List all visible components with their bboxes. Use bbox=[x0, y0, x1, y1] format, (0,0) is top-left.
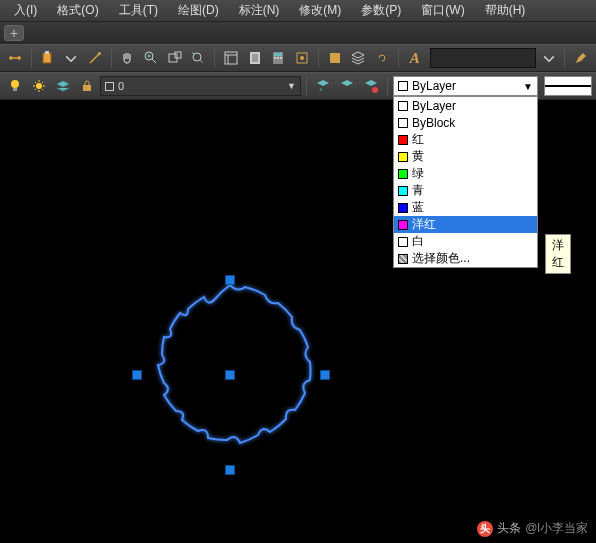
menu-format[interactable]: 格式(O) bbox=[47, 0, 108, 21]
menu-insert[interactable]: 入(I) bbox=[4, 0, 47, 21]
linetype-dropdown[interactable] bbox=[544, 76, 592, 96]
tool-match[interactable] bbox=[84, 47, 106, 69]
new-tab-button[interactable]: + bbox=[4, 25, 24, 41]
sun-icon[interactable] bbox=[28, 75, 50, 97]
chevron-down-icon: ▼ bbox=[523, 81, 533, 92]
credit-user: @l小李当家 bbox=[525, 520, 588, 537]
svg-rect-7 bbox=[250, 52, 260, 64]
layer-iso-icon[interactable] bbox=[360, 75, 382, 97]
menu-help[interactable]: 帮助(H) bbox=[475, 0, 536, 21]
menu-tools[interactable]: 工具(T) bbox=[109, 0, 168, 21]
color-option-byblock[interactable]: ByBlock bbox=[394, 114, 537, 131]
color-dropdown-list: ByLayer ByBlock 红 黄 绿 青 蓝 洋红 白 选择颜色... bbox=[393, 96, 538, 268]
bulb-icon[interactable] bbox=[4, 75, 26, 97]
layer-prev-icon[interactable] bbox=[312, 75, 334, 97]
color-option-select[interactable]: 选择颜色... bbox=[394, 250, 537, 267]
color-option-green[interactable]: 绿 bbox=[394, 165, 537, 182]
swatch-icon bbox=[398, 220, 408, 230]
chevron-down-icon[interactable] bbox=[538, 47, 560, 69]
svg-rect-10 bbox=[274, 57, 276, 59]
svg-rect-1 bbox=[45, 51, 49, 54]
tab-bar: + bbox=[0, 22, 596, 44]
watermark: 头 头条 @l小李当家 bbox=[477, 520, 588, 537]
menu-window[interactable]: 窗口(W) bbox=[411, 0, 474, 21]
color-option-bylayer[interactable]: ByLayer bbox=[394, 97, 537, 114]
zoom-window-icon[interactable] bbox=[164, 47, 186, 69]
lock-icon[interactable] bbox=[76, 75, 98, 97]
tool-dim1[interactable] bbox=[4, 47, 26, 69]
gear-shape[interactable] bbox=[130, 265, 330, 465]
toolbar-main: A bbox=[0, 44, 596, 72]
grip-center[interactable] bbox=[225, 370, 235, 380]
credit-prefix: 头条 bbox=[497, 520, 521, 537]
layers-stack-icon[interactable] bbox=[52, 75, 74, 97]
tool-paste[interactable] bbox=[37, 47, 59, 69]
swatch-icon bbox=[398, 135, 408, 145]
color-option-blue[interactable]: 蓝 bbox=[394, 199, 537, 216]
svg-rect-4 bbox=[175, 52, 181, 58]
color-selected-label: ByLayer bbox=[412, 79, 456, 93]
calc-icon[interactable] bbox=[268, 47, 290, 69]
layer-icon[interactable] bbox=[348, 47, 370, 69]
layer-state-icon[interactable] bbox=[336, 75, 358, 97]
properties-icon[interactable] bbox=[220, 47, 242, 69]
svg-point-18 bbox=[36, 83, 42, 89]
tool-block[interactable] bbox=[324, 47, 346, 69]
menu-draw[interactable]: 绘图(D) bbox=[168, 0, 229, 21]
chevron-down-icon: ▼ bbox=[287, 81, 296, 91]
sheet-icon[interactable] bbox=[244, 47, 266, 69]
svg-rect-15 bbox=[330, 53, 340, 63]
swatch-icon bbox=[398, 81, 408, 91]
text-style-input[interactable] bbox=[430, 48, 536, 68]
swatch-icon bbox=[398, 254, 408, 264]
tool-markup[interactable] bbox=[291, 47, 313, 69]
menu-modify[interactable]: 修改(M) bbox=[289, 0, 351, 21]
svg-rect-19 bbox=[83, 85, 91, 91]
svg-rect-0 bbox=[43, 53, 51, 63]
layer-name: 0 bbox=[118, 80, 124, 92]
grip-right[interactable] bbox=[320, 370, 330, 380]
swatch-icon bbox=[398, 237, 408, 247]
grip-bottom[interactable] bbox=[225, 465, 235, 475]
swatch-icon bbox=[398, 169, 408, 179]
chevron-down-icon[interactable] bbox=[60, 47, 82, 69]
grip-left[interactable] bbox=[132, 370, 142, 380]
layer-dropdown[interactable]: 0 ▼ bbox=[100, 76, 301, 96]
brush-icon[interactable] bbox=[570, 47, 592, 69]
color-option-red[interactable]: 红 bbox=[394, 131, 537, 148]
swatch-icon bbox=[398, 118, 408, 128]
svg-rect-9 bbox=[274, 53, 282, 56]
tooltip: 洋红 bbox=[545, 234, 571, 274]
svg-rect-11 bbox=[277, 57, 279, 59]
svg-rect-12 bbox=[280, 57, 282, 59]
swatch-icon bbox=[398, 203, 408, 213]
zoom-realtime-icon[interactable] bbox=[140, 47, 162, 69]
svg-rect-6 bbox=[225, 52, 237, 64]
svg-point-14 bbox=[300, 56, 304, 60]
svg-point-16 bbox=[11, 80, 19, 88]
text-style-icon[interactable]: A bbox=[404, 47, 426, 69]
swatch-icon bbox=[398, 186, 408, 196]
menu-bar: 入(I) 格式(O) 工具(T) 绘图(D) 标注(N) 修改(M) 参数(P)… bbox=[0, 0, 596, 22]
color-dropdown[interactable]: ByLayer ▼ bbox=[393, 76, 538, 96]
toolbar-layers: 0 ▼ ByLayer ▼ ByLayer ByBlock 红 黄 绿 青 蓝 … bbox=[0, 72, 596, 100]
pan-icon[interactable] bbox=[117, 47, 139, 69]
svg-rect-17 bbox=[13, 88, 17, 91]
swatch-icon bbox=[105, 82, 114, 91]
logo-icon: 头 bbox=[477, 521, 493, 537]
swatch-icon bbox=[398, 152, 408, 162]
tool-link[interactable] bbox=[371, 47, 393, 69]
color-option-magenta[interactable]: 洋红 bbox=[394, 216, 537, 233]
zoom-prev-icon[interactable] bbox=[188, 47, 210, 69]
menu-param[interactable]: 参数(P) bbox=[351, 0, 411, 21]
color-option-yellow[interactable]: 黄 bbox=[394, 148, 537, 165]
swatch-icon bbox=[398, 101, 408, 111]
menu-dimension[interactable]: 标注(N) bbox=[229, 0, 290, 21]
color-option-cyan[interactable]: 青 bbox=[394, 182, 537, 199]
svg-point-20 bbox=[372, 87, 378, 93]
grip-top[interactable] bbox=[225, 275, 235, 285]
color-option-white[interactable]: 白 bbox=[394, 233, 537, 250]
